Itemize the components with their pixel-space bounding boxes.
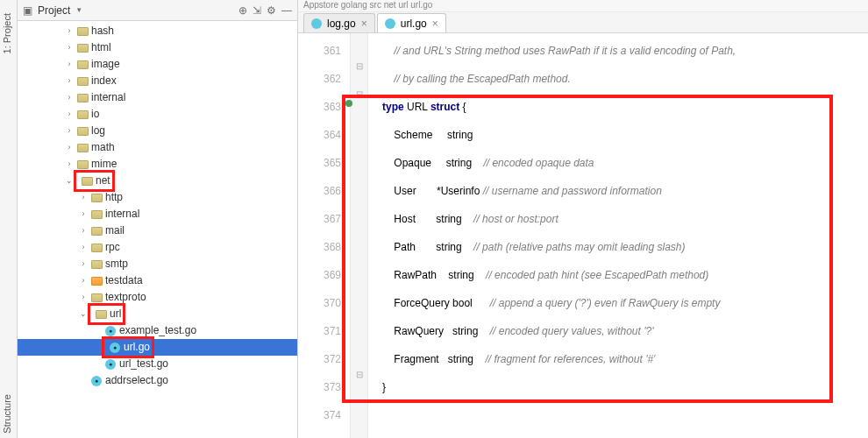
tree-node-label: internal — [91, 89, 125, 106]
breadcrumb[interactable]: Appstore golang src net url url.go — [298, 0, 868, 12]
tab-label: log.go — [327, 18, 356, 30]
tree-node[interactable]: ⌄net — [18, 173, 297, 189]
tree-node[interactable]: ●example_test.go — [18, 322, 297, 339]
go-file-icon — [385, 18, 395, 29]
chevron-right-icon[interactable]: › — [79, 239, 88, 256]
tree-node-label: io — [91, 106, 99, 123]
tool-window-bar[interactable]: 1: Project Structure — [0, 0, 18, 438]
project-dropdown-icon[interactable]: ▣ — [23, 4, 32, 17]
folder-icon — [90, 208, 103, 221]
tree-node[interactable]: ›math — [18, 139, 297, 156]
code-content[interactable]: // and URL's String method uses RawPath … — [368, 33, 868, 438]
hide-icon[interactable]: — — [281, 4, 292, 17]
line-number: 365 — [298, 149, 341, 177]
folder-icon — [90, 242, 103, 254]
line-number: 367 — [298, 205, 341, 233]
tree-node[interactable]: ›textproto — [18, 289, 297, 306]
chevron-right-icon[interactable]: › — [65, 139, 74, 156]
chevron-right-icon[interactable]: › — [79, 206, 88, 223]
tree-node[interactable]: ›http — [18, 189, 297, 206]
line-number: 371 — [298, 317, 341, 345]
chevron-down-icon[interactable]: ⌄ — [65, 173, 74, 189]
tree-node[interactable]: ›index — [18, 73, 297, 89]
tree-node-label: math — [91, 139, 115, 156]
chevron-right-icon[interactable]: › — [65, 39, 74, 56]
folder-icon — [90, 192, 103, 204]
folder-icon — [76, 25, 89, 38]
tree-node-label: rpc — [105, 239, 120, 256]
tree-node[interactable]: ›mime — [18, 156, 297, 173]
project-tree[interactable]: ›hash›html›image›index›internal›io›log›m… — [18, 21, 297, 438]
tree-node-label: url.go — [124, 339, 150, 356]
line-number: 368 — [298, 233, 341, 261]
editor-tab[interactable]: log.go× — [303, 13, 375, 32]
sidebar-toolbar: ▣ Project ▼ ⊕ ⇲ ⚙ — — [18, 0, 297, 21]
line-number: 374 — [298, 401, 341, 429]
code-line[interactable]: // by calling the EscapedPath method. — [382, 65, 868, 93]
tree-node-label: image — [91, 56, 120, 73]
tree-node[interactable]: ●url.go — [18, 339, 297, 356]
tree-node[interactable]: ›log — [18, 123, 297, 139]
chevron-right-icon[interactable]: › — [79, 272, 88, 289]
tree-node[interactable]: ›internal — [18, 206, 297, 223]
line-number: 366 — [298, 177, 341, 205]
chevron-right-icon[interactable]: › — [79, 223, 88, 239]
tree-node[interactable]: ›html — [18, 39, 297, 56]
chevron-right-icon[interactable]: › — [65, 23, 74, 39]
chevron-right-icon[interactable]: › — [65, 89, 74, 106]
chevron-right-icon[interactable]: › — [79, 189, 88, 206]
chevron-right-icon[interactable]: › — [79, 256, 88, 272]
tree-node[interactable]: ›io — [18, 106, 297, 123]
fold-icon[interactable]: ⊟ — [351, 61, 367, 71]
folder-icon — [90, 292, 103, 304]
tree-node-label: url — [110, 306, 121, 322]
folder-icon — [90, 275, 103, 287]
folder-icon — [76, 59, 89, 71]
tree-node[interactable]: ●addrselect.go — [18, 372, 297, 389]
tree-node[interactable]: ›rpc — [18, 239, 297, 256]
tree-node-label: log — [91, 123, 105, 139]
folder-icon — [81, 175, 93, 187]
line-number: 372 — [298, 345, 341, 373]
tree-node-label: testdata — [105, 272, 143, 289]
tab-label: url.go — [401, 18, 427, 30]
go-file-icon: ● — [90, 375, 103, 387]
folder-icon — [76, 125, 89, 138]
tree-node[interactable]: ›internal — [18, 89, 297, 106]
tree-node[interactable]: ›hash — [18, 23, 297, 39]
code-line[interactable]: // and URL's String method uses RawPath … — [382, 37, 868, 65]
line-number: 369 — [298, 261, 341, 289]
chevron-down-icon[interactable]: ▼ — [75, 6, 82, 14]
tree-node[interactable]: ›image — [18, 56, 297, 73]
chevron-right-icon[interactable]: › — [65, 56, 74, 73]
tree-node-label: url_test.go — [119, 356, 168, 372]
structure-tool-tab[interactable]: Structure — [2, 394, 12, 434]
highlight-box — [342, 95, 833, 403]
tree-node[interactable]: ⌄url — [18, 306, 297, 322]
chevron-down-icon[interactable]: ⌄ — [79, 306, 88, 322]
tree-node[interactable]: ›mail — [18, 223, 297, 239]
close-icon[interactable]: × — [432, 18, 438, 30]
collapse-icon[interactable]: ⇲ — [253, 4, 261, 17]
tree-node[interactable]: ›testdata — [18, 272, 297, 289]
chevron-right-icon[interactable]: › — [65, 156, 74, 173]
editor-tab[interactable]: url.go× — [377, 13, 446, 32]
code-area[interactable]: 3613623633643653663673683693703713723733… — [298, 33, 868, 438]
line-number: 373 — [298, 373, 341, 401]
code-line[interactable] — [382, 401, 868, 429]
chevron-right-icon[interactable]: › — [65, 73, 74, 89]
chevron-right-icon[interactable]: › — [65, 123, 74, 139]
chevron-right-icon[interactable]: › — [65, 106, 74, 123]
close-icon[interactable]: × — [361, 18, 367, 30]
chevron-right-icon[interactable]: › — [79, 289, 88, 306]
tree-node[interactable]: ●url_test.go — [18, 356, 297, 372]
gear-icon[interactable]: ⚙ — [267, 4, 276, 17]
tree-node-label: index — [91, 73, 117, 89]
locate-icon[interactable]: ⊕ — [238, 4, 247, 17]
folder-icon — [76, 42, 89, 54]
project-tool-tab[interactable]: 1: Project — [2, 13, 12, 53]
line-number: 361 — [298, 37, 341, 65]
project-sidebar: ▣ Project ▼ ⊕ ⇲ ⚙ — ›hash›html›image›ind… — [18, 0, 298, 438]
tree-node[interactable]: ›smtp — [18, 256, 297, 272]
tree-node-label: smtp — [105, 256, 128, 272]
